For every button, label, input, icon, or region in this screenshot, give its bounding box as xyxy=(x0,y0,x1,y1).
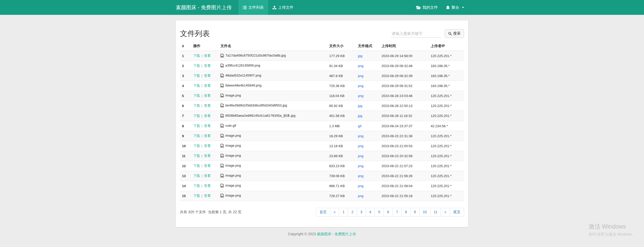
view-link[interactable]: 查看 xyxy=(204,54,210,58)
pagination-page-3[interactable]: 3 xyxy=(357,208,366,217)
view-link[interactable]: 查看 xyxy=(204,144,210,148)
view-link[interactable]: 查看 xyxy=(204,104,210,108)
view-link[interactable]: 查看 xyxy=(204,114,210,118)
pagination-last[interactable]: 尾页 xyxy=(450,208,464,217)
view-link[interactable]: 查看 xyxy=(204,124,210,128)
col-header-actions: 操作 xyxy=(191,41,218,51)
pagination-page-6[interactable]: 6 xyxy=(384,208,393,217)
download-link[interactable]: 下载 xyxy=(193,94,200,98)
format-link[interactable]: png xyxy=(358,154,364,158)
row-index: 2 xyxy=(180,61,191,71)
filename-text: a39fcc4128145859.png xyxy=(225,63,260,67)
download-link[interactable]: 下载 xyxy=(193,164,200,168)
pagination-page-7[interactable]: 7 xyxy=(393,208,402,217)
view-link[interactable]: 查看 xyxy=(204,174,210,178)
pagination-prev[interactable]: « xyxy=(330,208,339,217)
download-link[interactable]: 下载 xyxy=(193,134,200,138)
download-link[interactable]: 下载 xyxy=(193,144,200,148)
row-index: 4 xyxy=(180,81,191,91)
row-format-cell: gif xyxy=(356,121,379,131)
download-link[interactable]: 下载 xyxy=(193,184,200,188)
nav-item-my-files[interactable]: 我的文件 xyxy=(412,0,442,15)
row-size: 1.3 MB xyxy=(327,121,356,131)
filename-text: image.png xyxy=(225,154,241,157)
row-upload-time: 2023-08-24 23:37:37 xyxy=(379,121,429,131)
file-image-icon xyxy=(220,104,224,107)
pagination-page-10[interactable]: 10 xyxy=(419,208,430,217)
nav-tab-upload[interactable]: 上传文件 xyxy=(268,0,298,15)
pagination-page-2[interactable]: 2 xyxy=(348,208,357,217)
view-link[interactable]: 查看 xyxy=(204,184,210,188)
row-index: 9 xyxy=(180,131,191,141)
row-index: 13 xyxy=(180,171,191,181)
row-actions: 下载|查看 xyxy=(191,151,218,161)
view-link[interactable]: 查看 xyxy=(204,64,210,68)
download-link[interactable]: 下载 xyxy=(193,54,200,58)
pagination-page-9[interactable]: 9 xyxy=(410,208,419,217)
pagination-page-4[interactable]: 4 xyxy=(366,208,375,217)
format-link[interactable]: png xyxy=(358,64,364,68)
view-link[interactable]: 查看 xyxy=(204,194,210,198)
pagination-page-5[interactable]: 5 xyxy=(375,208,384,217)
download-link[interactable]: 下载 xyxy=(193,64,200,68)
search-input[interactable] xyxy=(391,29,441,38)
footer-site-link[interactable]: 素颜图床 - 免费图片上传 xyxy=(317,232,356,236)
download-link[interactable]: 下载 xyxy=(193,154,200,158)
filename-text: be46e39d9d1f0dd3dbcd95d340d9553.jpg xyxy=(225,103,287,107)
row-upload-time: 2023-08-29 08:31:52 xyxy=(379,81,429,91)
pagination-page-8[interactable]: 8 xyxy=(401,208,410,217)
nav-item-aggregate-dropdown[interactable]: 聚合 xyxy=(442,0,468,15)
format-link[interactable]: png xyxy=(358,164,364,168)
row-uploader-ip: 120.225.201.* xyxy=(429,171,464,181)
nav-tab-label: 上传文件 xyxy=(278,5,294,10)
action-separator: | xyxy=(202,84,202,88)
format-link[interactable]: gif xyxy=(358,124,361,128)
download-link[interactable]: 下载 xyxy=(193,104,200,108)
download-link[interactable]: 下载 xyxy=(193,114,200,118)
table-row: 7 下载|查看 6508b65aea2e866145cfc1a8176335a_… xyxy=(180,111,464,121)
nav-tabs: 文件列表 上传文件 xyxy=(238,0,298,15)
pagination-page-11[interactable]: 11 xyxy=(430,208,441,217)
format-link[interactable]: jpg xyxy=(358,54,362,58)
file-image-icon xyxy=(220,134,224,137)
row-uploader-ip: 120.225.201.* xyxy=(429,151,464,161)
nav-tab-file-list[interactable]: 文件列表 xyxy=(238,0,268,15)
format-link[interactable]: png xyxy=(358,134,364,138)
pagination-first[interactable]: 首页 xyxy=(316,208,330,217)
brand-link[interactable]: 素颜图床 - 免费图片上传 xyxy=(176,0,238,15)
pagination-next[interactable]: » xyxy=(441,208,450,217)
table-row: 3 下载|查看 46dad532e1145907.png 467.8 KB pn… xyxy=(180,71,464,81)
row-uploader-ip: 183.198.35.* xyxy=(429,61,464,71)
file-image-icon xyxy=(220,84,224,87)
format-link[interactable]: png xyxy=(358,194,364,198)
download-link[interactable]: 下载 xyxy=(193,194,200,198)
format-link[interactable]: png xyxy=(358,144,364,148)
format-link[interactable]: png xyxy=(358,84,364,88)
download-link[interactable]: 下载 xyxy=(193,124,200,128)
action-separator: | xyxy=(202,54,202,58)
col-header-size: 文件大小 xyxy=(327,41,356,51)
pagination-page-1[interactable]: 1 xyxy=(339,208,348,217)
format-link[interactable]: png xyxy=(358,74,364,78)
file-image-icon xyxy=(220,94,224,97)
download-link[interactable]: 下载 xyxy=(193,74,200,78)
view-link[interactable]: 查看 xyxy=(204,134,210,138)
view-link[interactable]: 查看 xyxy=(204,84,210,88)
download-link[interactable]: 下载 xyxy=(193,174,200,178)
format-link[interactable]: jpg xyxy=(358,104,362,108)
row-filename-cell: image.png xyxy=(218,131,327,141)
format-link[interactable]: png xyxy=(358,184,364,188)
row-size: 91.34 KB xyxy=(327,61,356,71)
view-link[interactable]: 查看 xyxy=(204,94,210,98)
view-link[interactable]: 查看 xyxy=(204,154,210,158)
format-link[interactable]: jpg xyxy=(358,114,362,118)
row-index: 15 xyxy=(180,191,191,201)
view-link[interactable]: 查看 xyxy=(204,74,210,78)
format-link[interactable]: png xyxy=(358,174,364,178)
row-upload-time: 2023-08-29 14:58:00 xyxy=(379,51,429,61)
view-link[interactable]: 查看 xyxy=(204,164,210,168)
row-upload-time: 2023-08-22 21:57:23 xyxy=(379,161,429,171)
download-link[interactable]: 下载 xyxy=(193,84,200,88)
format-link[interactable]: png xyxy=(358,94,364,98)
search-button[interactable]: 搜索 xyxy=(445,29,464,38)
